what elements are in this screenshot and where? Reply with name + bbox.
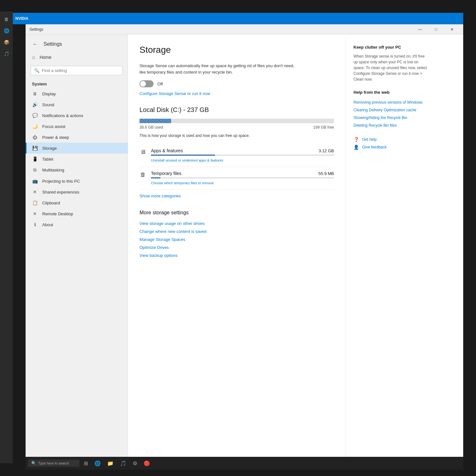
storage-sense-description: Storage Sense can automatically free up …	[139, 63, 299, 75]
clutter-title: Keep clutter off your PC	[353, 45, 427, 50]
app2-icon: 🎵	[4, 51, 9, 56]
search-box[interactable]: 🔍	[31, 66, 123, 75]
app-bar-app2[interactable]: 🎵	[1, 49, 12, 59]
configure-storage-link[interactable]: Configure Storage Sense or run it now	[139, 91, 334, 96]
taskbar-folder-icon[interactable]: 📁	[105, 460, 115, 466]
nvidia-label: NVIDIA	[15, 16, 28, 21]
multitasking-label: Multitasking	[42, 168, 64, 172]
help-title: Help from the web	[353, 90, 427, 95]
temp-icon: 🗑	[139, 171, 147, 178]
show-more-categories[interactable]: Show more categories	[139, 190, 334, 202]
temp-name: Temporary files	[151, 171, 181, 176]
backup-options-link[interactable]: View backup options	[139, 251, 334, 259]
settings-title: Settings	[44, 41, 62, 47]
clipboard-icon: 📋	[32, 200, 38, 205]
get-help-item[interactable]: ❓ Get help	[353, 136, 427, 143]
display-label: Display	[42, 91, 56, 96]
notifications-label: Notifications & actions	[42, 113, 83, 118]
sidebar-item-home[interactable]: ⌂ Home	[26, 51, 128, 63]
sidebar-item-projecting[interactable]: 📺 Projecting to this PC	[26, 176, 128, 186]
help-link-previous-versions[interactable]: Removing previous versions of Windows	[353, 99, 427, 106]
clipboard-label: Clipboard	[42, 201, 60, 205]
sound-icon: 🔊	[32, 102, 38, 107]
display-icon: 🖥	[32, 91, 38, 96]
taskbar-settings-icon[interactable]: ⚙	[131, 460, 139, 466]
tablet-icon: 📱	[32, 156, 38, 162]
right-actions: ❓ Get help 👤 Give feedback	[353, 136, 427, 151]
content-area: Storage Storage Sense can automatically …	[128, 35, 345, 457]
storage-spaces-link[interactable]: Manage Storage Spaces	[139, 235, 334, 243]
disk-bar-used	[139, 119, 171, 123]
taskbar-music-icon[interactable]: 🎵	[118, 460, 128, 466]
window-controls: — □ ✕	[413, 26, 459, 33]
sidebar-item-about[interactable]: ℹ About	[26, 219, 128, 230]
disk-used-label: 38.6 GB used	[139, 125, 163, 130]
give-feedback-icon: 👤	[353, 145, 359, 150]
focus-label: Focus assist	[42, 124, 65, 129]
about-icon: ℹ	[32, 222, 38, 227]
taskbar-search[interactable]: 🔍 Type here to search	[28, 460, 79, 467]
give-feedback-label[interactable]: Give feedback	[362, 145, 387, 149]
sidebar-item-tablet[interactable]: 📱 Tablet	[26, 154, 128, 164]
app-bar-recycle[interactable]: 🗑	[1, 14, 12, 24]
storage-sense-toggle[interactable]	[139, 80, 154, 87]
search-input[interactable]	[42, 68, 119, 73]
back-button[interactable]: ←	[31, 40, 40, 49]
sidebar-item-notifications[interactable]: 💬 Notifications & actions	[26, 110, 128, 121]
close-button[interactable]: ✕	[445, 26, 459, 33]
sidebar-item-remote[interactable]: ✕ Remote Desktop	[26, 208, 128, 219]
sidebar-header: ← Settings	[26, 35, 128, 51]
give-feedback-item[interactable]: 👤 Give feedback	[353, 143, 427, 151]
main-content: ← Settings ⌂ Home 🔍 System 🖥 Display	[26, 35, 463, 457]
taskbar-browser-icon[interactable]: 🌐	[92, 460, 103, 466]
toggle-row: Off	[139, 80, 334, 87]
help-link-delivery[interactable]: Clearing Delivery Optimization cache	[353, 106, 427, 114]
app-bar-app1[interactable]: 📦	[1, 37, 12, 47]
home-label: Home	[40, 55, 52, 60]
sidebar-item-sound[interactable]: 🔊 Sound	[26, 99, 128, 110]
main-panel: Storage Storage Sense can automatically …	[128, 35, 463, 457]
apps-icon: 🖥	[139, 149, 147, 155]
sidebar: ← Settings ⌂ Home 🔍 System 🖥 Display	[26, 35, 128, 457]
taskbar-windows-icon[interactable]: ⊞	[82, 460, 90, 466]
help-link-recycle-bin[interactable]: Showing/hiding the Recycle Bin	[353, 114, 427, 122]
apps-info: Apps & features 3.12 GB Uninstall unused…	[151, 148, 334, 163]
toggle-label: Off	[157, 82, 163, 86]
app1-icon: 📦	[4, 40, 9, 45]
sidebar-item-focus[interactable]: 🌙 Focus assist	[26, 121, 128, 132]
minimize-button[interactable]: —	[413, 26, 427, 33]
temp-sub-link[interactable]: Choose which temporary files to remove	[151, 181, 214, 185]
power-icon: ⏻	[32, 135, 38, 140]
sidebar-item-storage[interactable]: 💾 Storage	[26, 143, 128, 154]
tablet-label: Tablet	[42, 157, 53, 162]
page-title: Storage	[139, 45, 334, 55]
sidebar-item-power[interactable]: ⏻ Power & sleep	[26, 132, 128, 143]
app-bar-browser[interactable]: 🌐	[1, 26, 12, 36]
temp-header: Temporary files 55.9 MB	[151, 171, 334, 176]
sidebar-item-display[interactable]: 🖥 Display	[26, 88, 128, 99]
sidebar-item-shared[interactable]: ✕ Shared experiences	[26, 186, 128, 197]
taskbar-app-icon[interactable]: 🔴	[142, 460, 152, 466]
remote-icon: ✕	[32, 211, 38, 216]
temp-bar	[151, 177, 334, 178]
storage-nav-label: Storage	[42, 146, 57, 151]
sound-label: Sound	[42, 102, 54, 107]
sidebar-item-multitasking[interactable]: ⧉ Multitasking	[26, 164, 128, 176]
help-link-delete-recycle[interactable]: Deleting Recycle Bin files	[353, 122, 427, 129]
left-app-bar: 🗑 🌐 📦 🎵	[0, 12, 13, 463]
temp-info: Temporary files 55.9 MB Choose which tem…	[151, 171, 334, 186]
optimize-drives-link[interactable]: Optimize Drives	[139, 243, 334, 251]
title-bar: Settings — □ ✕	[26, 24, 463, 35]
taskbar-bottom: 🔍 Type here to search ⊞ 🌐 📁 🎵 ⚙ 🔴	[26, 457, 463, 470]
disk-bar-labels: 38.6 GB used 199 GB free	[139, 125, 334, 130]
maximize-button[interactable]: □	[429, 26, 443, 33]
storage-item-apps: 🖥 Apps & features 3.12 GB Uninstall unus…	[139, 144, 334, 167]
temp-size: 55.9 MB	[319, 171, 334, 176]
apps-sub-link[interactable]: Uninstall unused or undesired apps & fea…	[151, 158, 223, 162]
view-storage-link[interactable]: View storage usage on other drives	[139, 219, 334, 227]
get-help-label[interactable]: Get help	[362, 137, 377, 142]
change-content-link[interactable]: Change where new content is saved	[139, 227, 334, 235]
shared-icon: ✕	[32, 189, 38, 194]
sidebar-item-clipboard[interactable]: 📋 Clipboard	[26, 197, 128, 208]
recycle-icon: 🗑	[4, 17, 9, 22]
